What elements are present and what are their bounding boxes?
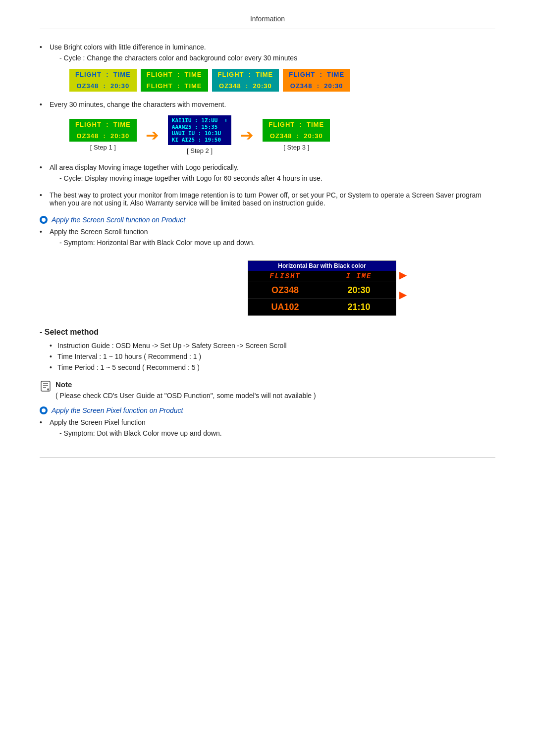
select-method-list: Instruction Guide : OSD Menu -> Set Up -… [40,342,495,371]
flight-cell-1-top: FLIGHT : TIME [69,69,137,80]
flight-cell-4-top: FLIGHT : TIME [283,69,350,80]
scroll-list: Apply the Screen Scroll function - Sympt… [40,228,495,316]
flight-cell-4-bot: OZ348 : 20:30 [283,80,350,92]
step-2-box: KAI1IU : 1Z:UU ⬇ AAAN25 : 15:35 UAUI IU … [168,115,232,154]
bullet-best-way: The best way to protect your monitor fro… [40,191,495,207]
pixel-list: Apply the Screen Pixel function - Sympto… [40,418,495,437]
arrow-2-icon: ➔ [240,127,254,143]
scroll-bullet-item: Apply the Screen Scroll function - Sympt… [40,228,495,316]
bullet-text-all-area: All area display Moving image together w… [50,163,239,171]
step-3-bot: OZ348 : 20:30 [263,130,330,142]
step-1-label: [ Step 1 ] [90,144,116,151]
select-method-title: - Select method [40,328,495,337]
flight-cell-1-bot: OZ348 : 20:30 [69,80,137,92]
note-label-text: Note [55,380,72,389]
pixel-bullet-text: Apply the Screen Pixel function [50,418,146,426]
bullet-text-bright: Use Bright colors with little difference… [50,43,206,51]
bullet-bright-colors: Use Bright colors with little difference… [40,43,495,92]
apply-pixel-line: Apply the Screen Pixel function on Produ… [40,406,495,414]
hbar-arrows: ▶ ▶ [396,270,407,300]
select-item-1: Instruction Guide : OSD Menu -> Set Up -… [50,342,495,350]
arrow-1-icon: ➔ [146,127,159,143]
note-section: Note ( Please check CD's User Guide at "… [40,380,495,400]
blue-circle-scroll [40,216,48,224]
pixel-bullet-item: Apply the Screen Pixel function - Sympto… [40,418,495,437]
bullet-text-30: Every 30 minutes, change the characters … [50,101,226,108]
bottom-divider [40,457,495,457]
apply-scroll-line: Apply the Screen Scroll function on Prod… [40,216,495,224]
apply-pixel-text: Apply the Screen Pixel function on Produ… [52,406,183,414]
hbar-header-row: FLISHT I IME [248,271,396,282]
hbar-demo: Horizontal Bar with Black color FLISHT I… [248,260,396,316]
step-1-flight: FLIGHT : TIME OZ348 : 20:30 [69,119,137,142]
apply-scroll-text: Apply the Screen Scroll function on Prod… [52,216,185,224]
bullet-all-area: All area display Moving image together w… [40,163,495,182]
step-3-flight: FLIGHT : TIME OZ348 : 20:30 [263,119,330,142]
step-1-bot: OZ348 : 20:30 [69,130,137,142]
hbar-2030: 20:30 [322,282,396,299]
note-label: Note ( Please check CD's User Guide at "… [55,380,316,400]
hbar-header-time: I IME [322,271,396,282]
pixel-symptom: - Symptom: Dot with Black Color move up … [59,429,495,437]
flight-box-3: FLIGHT : TIME OZ348 : 20:30 [212,69,279,92]
hbar-arrow-bot: ▶ [399,290,407,300]
step-2-line4: KI AI25 : 19:50 [172,137,228,143]
flight-box-1: FLIGHT : TIME OZ348 : 20:30 [69,69,137,92]
flight-box-2: FLIGHT : TIME FLIGHT : TIME [141,69,208,92]
hbar-title: Horizontal Bar with Black color [248,261,396,271]
step-2-line2: AAAN25 : 15:35 [172,124,228,130]
step-row: FLIGHT : TIME OZ348 : 20:30 [ Step 1 ] ➔… [69,115,495,154]
hbar-header-flight: FLISHT [248,271,322,282]
step-3-box: FLIGHT : TIME OZ348 : 20:30 [ Step 3 ] [263,119,330,151]
flight-cell-2-bot: FLIGHT : TIME [141,80,208,92]
blue-circle-inner-scroll [42,218,46,222]
hbar-2110: 21:10 [322,299,396,315]
select-item-3: Time Period : 1 ~ 5 second ( Recommend :… [50,363,495,371]
hbar-row-1: OZ348 20:30 [248,282,396,299]
flight-cell-3-bot: OZ348 : 20:30 [212,80,279,92]
step-1-top: FLIGHT : TIME [69,119,137,130]
hbar-ua102: UA102 [248,299,322,315]
step-2-scrambled: KAI1IU : 1Z:UU ⬇ AAAN25 : 15:35 UAUI IU … [168,115,232,145]
scroll-symptom: - Symptom: Horizontal Bar with Black Col… [59,239,495,247]
hbar-arrow-top: ▶ [399,270,407,280]
page-title: Information [40,15,495,29]
note-icon [40,380,52,392]
sub-text-all-area: - Cycle: Display moving image together w… [59,174,495,182]
step-2-line1: KAI1IU : 1Z:UU ⬇ [172,117,228,124]
note-body: ( Please check CD's User Guide at "OSD F… [55,392,316,400]
flight-box-4: FLIGHT : TIME OZ348 : 20:30 [283,69,350,92]
step-2-label: [ Step 2 ] [187,147,213,154]
hbar-container: Horizontal Bar with Black color FLISHT I… [149,253,495,316]
step-1-box: FLIGHT : TIME OZ348 : 20:30 [ Step 1 ] [69,119,137,151]
flight-demo-row-1: FLIGHT : TIME OZ348 : 20:30 FLIGHT : TIM… [69,69,495,92]
main-list: Use Bright colors with little difference… [40,43,495,207]
step-2-line3: UAUI IU : 10:3U [172,130,228,137]
blue-circle-pixel [40,406,48,414]
flight-cell-3-top: FLIGHT : TIME [212,69,279,80]
blue-circle-inner-pixel [42,408,46,412]
flight-cell-2-top: FLIGHT : TIME [141,69,208,80]
bullet-text-best-way: The best way to protect your monitor fro… [50,191,482,207]
select-item-2: Time Interval : 1 ~ 10 hours ( Recommend… [50,353,495,360]
select-method-section: - Select method Instruction Guide : OSD … [40,328,495,371]
bullet-every-30: Every 30 minutes, change the characters … [40,101,495,154]
hbar-oz348: OZ348 [248,282,322,299]
page-container: Information Use Bright colors with littl… [0,0,535,487]
scroll-bullet-text: Apply the Screen Scroll function [50,228,148,236]
hbar-row-2: UA102 21:10 [248,299,396,315]
sub-text-cycle: - Cycle : Change the characters color an… [59,54,495,62]
step-3-label: [ Step 3 ] [283,144,309,151]
step-3-top: FLIGHT : TIME [263,119,330,130]
